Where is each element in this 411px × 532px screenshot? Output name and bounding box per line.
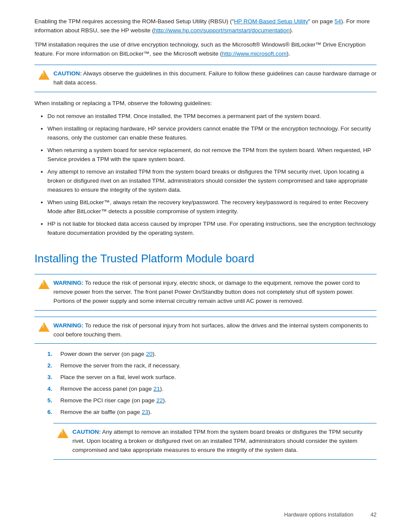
triangle-icon-1 [38, 70, 50, 80]
step-text: Remove the PCI riser cage (on page 22). [60, 396, 166, 405]
table-row: 2.Remove the server from the rack, if ne… [47, 361, 377, 370]
intro-para1-pre: Enabling the TPM requires accessing the … [34, 18, 234, 25]
intro-link1[interactable]: HP ROM-Based Setup Utility [234, 18, 308, 25]
step-link[interactable]: 23 [142, 409, 148, 415]
warning-body-1: To reduce the risk of personal injury, e… [53, 280, 360, 304]
warning-box-2: WARNING: To reduce the risk of personal … [34, 317, 377, 344]
intro-para2-end: ). [286, 50, 290, 57]
triangle-icon-3 [38, 322, 50, 332]
list-item: Do not remove an installed TPM. Once ins… [47, 112, 377, 121]
warning-label-1: WARNING: [53, 280, 84, 286]
list-item: When using BitLocker™, always retain the… [47, 198, 377, 216]
step-number: 3. [47, 373, 57, 382]
warning-icon-2 [34, 321, 53, 332]
caution-body-2: Any attempt to remove an installed TPM f… [72, 429, 362, 453]
step-link[interactable]: 22 [156, 397, 163, 404]
caution-text-2: CAUTION: Any attempt to remove an instal… [72, 428, 377, 455]
warning-icon-1 [34, 279, 53, 289]
list-item: HP is not liable for blocked data access… [47, 220, 377, 238]
step-number: 2. [47, 361, 57, 370]
warning-text-2: WARNING: To reduce the risk of personal … [53, 321, 377, 339]
step-link[interactable]: 20 [146, 351, 153, 357]
caution-box-2: CAUTION: Any attempt to remove an instal… [53, 423, 377, 460]
list-item: When installing or replacing hardware, H… [47, 124, 377, 143]
table-row: 5.Remove the PCI riser cage (on page 22)… [47, 396, 377, 405]
table-row: 1.Power down the server (on page 20). [47, 350, 377, 359]
warning-label-2: WARNING: [53, 322, 84, 329]
table-row: 6.Remove the air baffle (on page 23). [47, 408, 377, 417]
step-number: 4. [47, 385, 57, 394]
step-text: Power down the server (on page 20). [60, 350, 156, 359]
step-text: Remove the air baffle (on page 23). [60, 408, 152, 417]
step-text: Remove the server from the rack, if nece… [60, 361, 181, 370]
guidelines-intro: When installing or replacing a TPM, obse… [34, 99, 377, 108]
intro-para2-pre: TPM installation requires the use of dri… [34, 41, 365, 57]
caution-icon-1 [34, 69, 53, 80]
table-row: 4.Remove the access panel (on page 21). [47, 385, 377, 394]
list-item: Any attempt to remove an installed TPM f… [47, 168, 377, 195]
caution-icon-2 [53, 428, 72, 438]
step-number: 1. [47, 350, 57, 359]
table-row: 3.Place the server on a flat, level work… [47, 373, 377, 382]
intro-page1[interactable]: 54 [334, 18, 341, 25]
intro-link2[interactable]: http://www.hp.com/support/smartstart/doc… [154, 27, 290, 34]
caution-box-1: CAUTION: Always observe the guidelines i… [34, 65, 377, 92]
warning-body-2: To reduce the risk of personal injury fr… [53, 322, 368, 338]
section-heading: Installing the Trusted Platform Module b… [34, 250, 377, 267]
step-text: Remove the access panel (on page 21). [60, 385, 163, 394]
intro-paragraph-2: TPM installation requires the use of dri… [34, 40, 377, 59]
step-number: 6. [47, 408, 57, 417]
list-item: When returning a system board for servic… [47, 146, 377, 164]
intro-link3[interactable]: http://www.microsoft.com [222, 50, 286, 57]
warning-box-1: WARNING: To reduce the risk of personal … [34, 274, 377, 311]
step-number: 5. [47, 396, 57, 405]
triangle-icon-2 [38, 280, 50, 289]
caution-body-1: Always observe the guidelines in this do… [53, 70, 377, 86]
caution-text-1: CAUTION: Always observe the guidelines i… [53, 69, 377, 87]
bullet-list: Do not remove an installed TPM. Once ins… [47, 112, 377, 237]
intro-para1-end: ). [290, 27, 293, 34]
caution-label-1: CAUTION: [53, 70, 82, 77]
steps-list: 1.Power down the server (on page 20).2.R… [47, 350, 377, 417]
caution-label-2: CAUTION: [72, 429, 101, 435]
warning-text-1: WARNING: To reduce the risk of personal … [53, 279, 377, 306]
triangle-icon-4 [57, 429, 68, 438]
step-link[interactable]: 21 [153, 386, 160, 392]
intro-para1-mid: " on page [308, 18, 334, 25]
intro-paragraph-1: Enabling the TPM requires accessing the … [34, 17, 377, 35]
step-text: Place the server on a flat, level work s… [60, 373, 176, 382]
